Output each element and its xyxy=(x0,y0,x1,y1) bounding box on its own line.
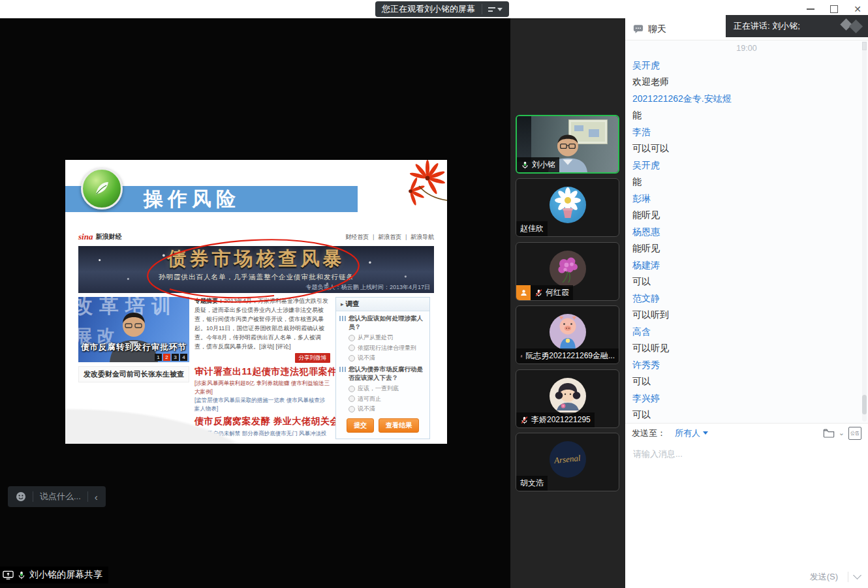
send-to-row: 发送至： 所有人 ⌄ 公告 xyxy=(625,423,868,442)
survey-q2: 您认为债券市场反腐行动是否应该深入下去？ xyxy=(349,365,426,382)
chat-sender: 范文静 xyxy=(625,290,868,307)
speaking-banner: 正在讲话: 刘小铭; xyxy=(726,15,868,37)
announcement-icon[interactable]: 公告 xyxy=(848,427,861,440)
pill-menu-icon[interactable] xyxy=(482,4,503,14)
news-links-3: [乙类开户仍未解禁 部分券商抄底债市无门 风暴冲淡投券交易] xyxy=(194,429,330,444)
participant-name: 胡文浩 xyxy=(520,478,544,489)
survey-q1: 您认为应该如何处理涉案人员？ xyxy=(349,315,426,332)
chat-sender: 李浩 xyxy=(625,124,868,141)
collapse-icon[interactable]: ‹ xyxy=(95,491,98,503)
chat-scrollbar-thumb[interactable] xyxy=(862,395,867,414)
photo-pagination: 1 2 3 4 xyxy=(155,354,187,361)
chat-scrollbar-button[interactable] xyxy=(862,42,867,50)
photo-caption-overlay: 债市反腐转到发行审批环节 xyxy=(78,342,189,353)
mic-muted-icon xyxy=(535,288,543,298)
participant-tile-zhao-jiaxin[interactable]: 赵佳欣 xyxy=(516,178,619,237)
page-3: 3 xyxy=(172,354,179,361)
sina-brand-name: 新浪财经 xyxy=(95,232,121,241)
news-credit: 专题负责人：杨云鹏 上线时间：2013年4月17日 xyxy=(305,283,430,292)
chat-message: 能 xyxy=(625,107,868,124)
speaking-label: 正在讲话: 刘小铭; xyxy=(734,20,800,32)
chat-message: 可以可以 xyxy=(625,140,868,157)
chat-bubble-icon xyxy=(633,24,643,34)
sina-brand: sina 新浪财经 xyxy=(78,232,121,242)
close-icon[interactable]: ✕ xyxy=(854,5,861,14)
participant-tile-liu-xiaoming[interactable]: 刘小铭 xyxy=(516,115,619,174)
quick-chat-placeholder[interactable]: 说点什么... xyxy=(40,491,81,503)
abstract-text: 2013年4月，万家添利基金净值大跌引发质疑，进而牵出多位债券业内人士涉嫌非法交… xyxy=(194,298,328,350)
screen-watch-label: 您正在观看刘小铭的屏幕 xyxy=(382,3,475,15)
survey-q1-option: 依据现行法律合理量刑 xyxy=(336,342,429,352)
send-to-dropdown[interactable]: 所有人 xyxy=(675,427,708,439)
participant-tile-hu-wenhao[interactable]: Arsenal 胡文浩 xyxy=(516,433,619,491)
participant-name: 阮志勇2021221269金融... xyxy=(525,350,615,362)
smiley-icon[interactable] xyxy=(16,491,26,502)
maximize-icon[interactable] xyxy=(830,5,838,13)
screen-watch-pill[interactable]: 您正在观看刘小铭的屏幕 xyxy=(375,1,509,17)
survey-view-results-button: 查看结果 xyxy=(379,418,419,433)
participant-tile-ruan-zhiyong[interactable]: 阮志勇2021221269金融... xyxy=(516,305,619,364)
send-button[interactable]: 发送(S) xyxy=(806,570,842,583)
news-nav-links: 财经首页 ｜ 新浪首页 ｜ 新浪导航 xyxy=(345,233,434,241)
daisy-avatar-icon xyxy=(550,187,586,223)
news-photo-column: 改革培训 展改 债市反腐转到发行审批环节 xyxy=(78,297,189,444)
chat-sender: 吴开虎 xyxy=(625,157,868,174)
flower-avatar-icon xyxy=(550,251,586,287)
radio-icon xyxy=(349,345,355,351)
page-1: 1 xyxy=(155,354,162,361)
news-links-2: [监管层债市风暴后采取的措施一览表 债市风暴核查涉案人物表] xyxy=(194,396,330,413)
news-headline-1: 审计署查出11起债市违法犯罪案件线索 xyxy=(194,365,330,379)
participant-tile-he-hongxia[interactable]: 何红霞 xyxy=(516,242,619,301)
survey-q2-option: 说不清 xyxy=(336,403,429,414)
chat-panel: 聊天 19:00 吴开虎 欢迎老师 2021221262金专.安竑煜 能 李浩 … xyxy=(625,18,868,588)
participant-tile-li-jiao[interactable]: 李娇2021221295 xyxy=(516,369,619,428)
radio-icon xyxy=(349,406,355,412)
chat-input[interactable] xyxy=(625,442,868,565)
shared-screen: 操作风险 xyxy=(0,18,510,588)
chat-sender: 2021221262金专.安竑煜 xyxy=(625,91,868,108)
page-4: 4 xyxy=(180,354,187,361)
participant-name: 李娇2021221295 xyxy=(531,414,591,426)
sina-logo: sina xyxy=(78,232,93,242)
avatar xyxy=(550,378,586,414)
news-headline: 债券市场核查风暴 xyxy=(78,246,434,272)
survey-q1-option: 说不清 xyxy=(336,352,429,363)
chat-message: 能听见 xyxy=(625,207,868,224)
member-badge-icon xyxy=(516,285,531,300)
news-summary-column: 专题摘要：2013年4月，万家添利基金净值大跌引发质疑，进而牵出多位债券业内人士… xyxy=(194,297,330,444)
chat-timestamp: 19:00 xyxy=(625,40,868,57)
minimize-icon[interactable] xyxy=(807,8,814,10)
abstract-label: 专题摘要： xyxy=(194,298,224,304)
chat-scrollbar-track xyxy=(862,42,867,422)
meeting-window: ✕ 您正在观看刘小铭的屏幕 正在讲话: 刘小铭; 操作风险 xyxy=(0,0,868,588)
quick-chat-bar[interactable]: 说点什么... ‹ xyxy=(8,486,106,507)
chat-message: 能 xyxy=(625,174,868,191)
send-options-chevron-icon[interactable] xyxy=(853,571,861,580)
folder-chevron-icon[interactable]: ⌄ xyxy=(839,429,845,437)
chevron-down-icon xyxy=(703,431,708,435)
mic-muted-icon xyxy=(520,352,523,361)
survey-title: 调查 xyxy=(346,300,360,307)
mic-on-icon xyxy=(521,161,529,170)
send-to-label: 发送至： xyxy=(632,427,666,439)
news-headline-2: 债市反腐窝案发酵 券业大佬胡关会被拘 xyxy=(194,414,330,429)
participant-name: 赵佳欣 xyxy=(520,223,544,234)
menu-bars-icon xyxy=(488,7,495,12)
avatar xyxy=(550,187,586,223)
slide-title: 操作风险 xyxy=(144,186,240,213)
divider xyxy=(33,491,33,502)
presentation-slide: 操作风险 xyxy=(65,160,447,444)
news-links-1: [涉案风暴两单获利超8亿 拿到券就能赚 债市利益输送三大案例] xyxy=(194,379,330,396)
chat-sender: 李兴婷 xyxy=(625,390,868,407)
avatar: Arsenal xyxy=(550,441,586,478)
survey-box: ▸调查 您认为应该如何处理涉案人员？ 从严从重处罚 依据现行法律合理量刑 说不清… xyxy=(335,297,430,439)
radio-icon xyxy=(349,355,355,362)
chevron-down-icon xyxy=(497,8,503,11)
send-row: 发送(S) xyxy=(625,565,868,588)
folder-icon[interactable] xyxy=(823,428,835,438)
news-screenshot: sina 新浪财经 财经首页 ｜ 新浪首页 ｜ 新浪导航 债券市场核查风暴 孙明… xyxy=(78,230,434,444)
chat-sender: 吴开虎 xyxy=(625,57,868,74)
poll-chart-icon xyxy=(339,316,346,321)
chat-sender: 杨恩惠 xyxy=(625,224,868,241)
chat-title: 聊天 xyxy=(648,23,666,35)
